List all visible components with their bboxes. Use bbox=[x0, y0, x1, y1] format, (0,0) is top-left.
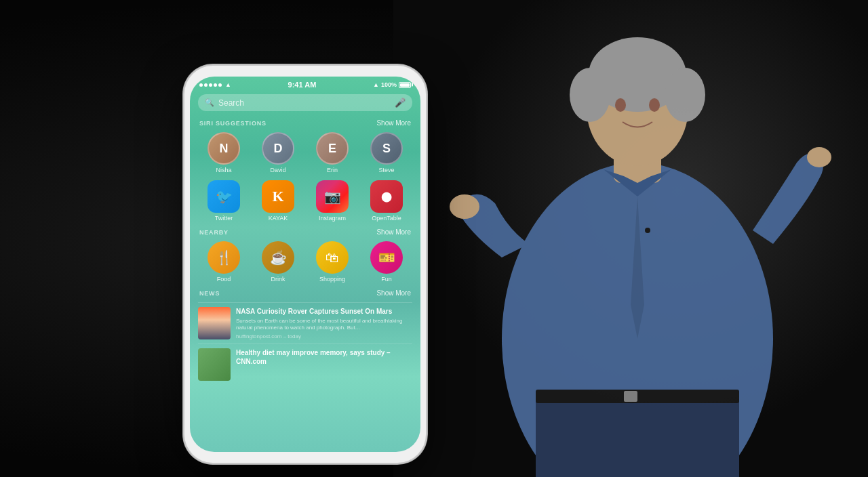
signal-dot-3 bbox=[209, 83, 212, 87]
app-label-opentable: OpenTable bbox=[372, 215, 401, 222]
wifi-icon: ▲ bbox=[225, 81, 231, 88]
siri-show-more[interactable]: Show More bbox=[376, 119, 411, 127]
fun-icon: 🎫 bbox=[370, 241, 403, 274]
news-content-2: Healthy diet may improve memory, says st… bbox=[236, 348, 412, 381]
app-label-twitter: Twitter bbox=[215, 215, 233, 222]
nearby-row: 🍴 Food ☕ Drink 🛍 Shopping 🎫 Fun bbox=[190, 240, 420, 287]
app-label-instagram: Instagram bbox=[319, 215, 346, 222]
nearby-label-shopping: Shopping bbox=[319, 276, 345, 283]
contact-steve[interactable]: S Steve bbox=[366, 132, 407, 173]
nearby-show-more[interactable]: Show More bbox=[376, 228, 411, 236]
iphone-screen: ▲ 9:41 AM ▲ 100% 🔍 Search 🎤 SIRI bbox=[190, 77, 420, 452]
news-source-1: huffingtonpost.com – today bbox=[236, 333, 412, 339]
news-title-1: NASA Curiosity Rover Captures Sunset On … bbox=[236, 307, 412, 316]
signal-dot-5 bbox=[218, 83, 222, 87]
nearby-fun[interactable]: 🎫 Fun bbox=[366, 241, 407, 283]
avatar-nisha: N bbox=[208, 132, 240, 165]
signal-dot-2 bbox=[204, 83, 208, 87]
svg-rect-10 bbox=[536, 393, 739, 477]
iphone-frame: ▲ 9:41 AM ▲ 100% 🔍 Search 🎤 SIRI bbox=[183, 64, 427, 464]
news-article-2[interactable]: Healthy diet may improve memory, says st… bbox=[198, 344, 412, 385]
status-time: 9:41 AM bbox=[288, 81, 317, 89]
avatar-steve: S bbox=[370, 132, 403, 165]
nearby-label-food: Food bbox=[217, 276, 231, 283]
svg-point-9 bbox=[807, 147, 831, 167]
contact-nisha[interactable]: N Nisha bbox=[203, 132, 244, 173]
twitter-icon: 🐦 bbox=[208, 180, 240, 213]
news-content-1: NASA Curiosity Rover Captures Sunset On … bbox=[236, 307, 412, 339]
svg-point-5 bbox=[665, 68, 705, 122]
news-title: NEWS bbox=[199, 290, 220, 297]
contact-name-erin: Erin bbox=[327, 167, 338, 173]
nearby-label-drink: Drink bbox=[271, 276, 285, 283]
contact-name-steve: Steve bbox=[378, 167, 394, 173]
svg-rect-12 bbox=[624, 391, 637, 402]
drink-icon: ☕ bbox=[262, 241, 294, 274]
svg-point-4 bbox=[570, 68, 610, 122]
news-thumb-1 bbox=[198, 307, 231, 339]
contact-name-nisha: Nisha bbox=[216, 167, 231, 173]
search-icon: 🔍 bbox=[205, 98, 214, 107]
nearby-title: NEARBY bbox=[199, 229, 229, 236]
nearby-drink[interactable]: ☕ Drink bbox=[258, 241, 298, 283]
news-body-1: Sunsets on Earth can be some of the most… bbox=[236, 318, 412, 332]
news-header: NEWS Show More bbox=[190, 287, 420, 301]
nearby-header: NEARBY Show More bbox=[190, 226, 420, 240]
svg-point-13 bbox=[645, 228, 650, 233]
contacts-row: N Nisha D David E Erin S Steve bbox=[190, 131, 420, 179]
svg-point-8 bbox=[450, 194, 479, 219]
instagram-icon: 📷 bbox=[316, 180, 349, 213]
svg-point-6 bbox=[615, 98, 626, 112]
app-twitter[interactable]: 🐦 Twitter bbox=[203, 180, 244, 222]
app-instagram[interactable]: 📷 Instagram bbox=[312, 180, 353, 222]
app-label-kayak: KAYAK bbox=[269, 215, 288, 222]
app-kayak[interactable]: K KAYAK bbox=[258, 180, 298, 222]
status-bar: ▲ 9:41 AM ▲ 100% bbox=[190, 77, 420, 91]
siri-suggestions-title: SIRI SUGGESTIONS bbox=[199, 120, 267, 127]
presenter-area bbox=[393, 0, 868, 477]
svg-point-7 bbox=[649, 98, 660, 112]
news-title-2: Healthy diet may improve memory, says st… bbox=[236, 348, 412, 366]
app-opentable[interactable]: ⬤ OpenTable bbox=[366, 180, 407, 222]
avatar-david: D bbox=[262, 132, 294, 165]
nearby-label-fun: Fun bbox=[381, 276, 392, 283]
iphone-container: ▲ 9:41 AM ▲ 100% 🔍 Search 🎤 SIRI bbox=[183, 64, 427, 464]
siri-suggestions-header: SIRI SUGGESTIONS Show More bbox=[190, 117, 420, 131]
contact-erin[interactable]: E Erin bbox=[312, 132, 353, 173]
status-right-area: ▲ 100% bbox=[373, 81, 411, 88]
food-icon: 🍴 bbox=[208, 241, 240, 274]
news-section: NASA Curiosity Rover Captures Sunset On … bbox=[190, 301, 420, 386]
opentable-icon: ⬤ bbox=[370, 180, 403, 213]
signal-dot-1 bbox=[199, 83, 203, 87]
battery-percent: 100% bbox=[381, 81, 397, 88]
contact-name-david: David bbox=[270, 167, 285, 173]
news-thumb-2 bbox=[198, 348, 231, 381]
location-icon: ▲ bbox=[373, 81, 379, 88]
shopping-icon: 🛍 bbox=[316, 241, 349, 274]
search-bar[interactable]: 🔍 Search 🎤 bbox=[198, 94, 412, 111]
news-article-1[interactable]: NASA Curiosity Rover Captures Sunset On … bbox=[198, 302, 412, 344]
microphone-icon: 🎤 bbox=[395, 98, 406, 108]
signal-dot-4 bbox=[214, 83, 217, 87]
signal-area: ▲ bbox=[199, 81, 231, 88]
battery-icon bbox=[399, 82, 411, 88]
nearby-food[interactable]: 🍴 Food bbox=[203, 241, 244, 283]
search-placeholder: Search bbox=[218, 98, 391, 108]
contact-david[interactable]: D David bbox=[258, 132, 298, 173]
kayak-icon: K bbox=[262, 180, 294, 213]
nearby-shopping[interactable]: 🛍 Shopping bbox=[312, 241, 353, 283]
battery-fill bbox=[400, 83, 410, 87]
presenter-silhouette bbox=[441, 0, 834, 477]
avatar-erin: E bbox=[316, 132, 349, 165]
news-show-more[interactable]: Show More bbox=[376, 289, 411, 297]
apps-row: 🐦 Twitter K KAYAK 📷 Instagram ⬤ OpenTabl… bbox=[190, 179, 420, 226]
